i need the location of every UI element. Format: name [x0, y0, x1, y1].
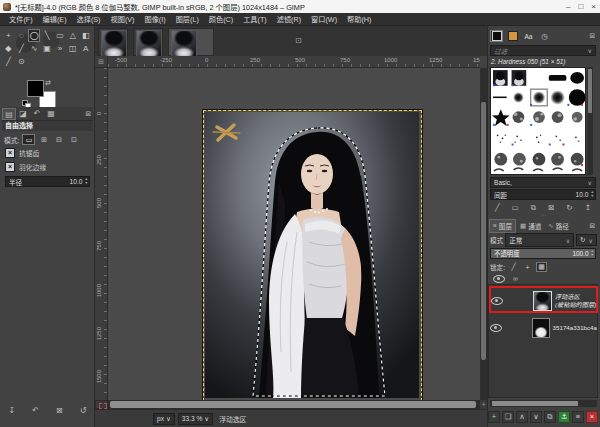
feather-option[interactable]: × 羽化边缘	[5, 162, 93, 172]
visibility-eye-icon[interactable]	[493, 275, 505, 283]
tab-layers[interactable]: ≡图层	[489, 219, 516, 233]
image-tab-1[interactable]	[98, 28, 128, 56]
image-tab-2[interactable]	[133, 28, 163, 56]
spacing-value[interactable]: 10.0	[576, 191, 591, 198]
layer-row-background[interactable]: 35174a331bc4a	[489, 315, 597, 340]
menu-item-select[interactable]: 选择(S)	[72, 14, 106, 24]
navigation-button[interactable]: ✛	[480, 400, 487, 409]
ruler-corner-button[interactable]: ⊞	[95, 56, 108, 68]
tool-button-clone[interactable]: ▣	[41, 42, 54, 55]
maximize-button[interactable]: □	[578, 2, 583, 11]
canvas-vertical-scrollbar[interactable]	[480, 68, 487, 400]
unit-dropdown[interactable]: px∨	[153, 413, 175, 425]
tool-button-transform[interactable]: ◧	[79, 29, 92, 42]
tool-button-zoom[interactable]: ⊙	[15, 55, 28, 68]
brush-btn-duplicate-brush[interactable]: ⧉	[531, 203, 536, 213]
brush-grid[interactable]	[490, 67, 586, 175]
layers-scrollbar[interactable]	[490, 400, 597, 407]
brush-spacing-slider[interactable]: 间距 10.0 ▲▼	[490, 189, 596, 200]
photo-image[interactable]	[205, 112, 419, 398]
menu-item-image[interactable]: 图像(I)	[139, 14, 170, 24]
menu-item-tools[interactable]: 工具(T)	[238, 14, 272, 24]
brush-btn-refresh-brushes[interactable]: ↻	[566, 203, 572, 212]
brush-btn-edit-brush[interactable]: ╱	[495, 203, 500, 212]
feather-checkbox[interactable]: ×	[5, 162, 15, 172]
lock-btn-lock-alpha[interactable]: ▦	[536, 262, 547, 272]
layer-thumbnail[interactable]	[532, 318, 550, 338]
dock-tab-undo-history[interactable]: ↶	[30, 109, 44, 118]
tool-button-paintbrush[interactable]: ╱	[15, 42, 28, 55]
tool-button-move[interactable]: +	[2, 29, 15, 42]
mode-button-subtract[interactable]: ⊟	[52, 134, 65, 145]
tool-button-heal[interactable]: ◫	[67, 42, 80, 55]
canvas-horizontal-scrollbar[interactable]	[108, 400, 480, 409]
close-dock-icon[interactable]: ⊠	[589, 222, 595, 230]
brush-tag-dropdown[interactable]: Basic, ∨	[490, 177, 596, 188]
menu-item-filters[interactable]: 滤镜(R)	[272, 14, 306, 24]
scroll-thumb[interactable]	[481, 102, 486, 360]
opacity-value[interactable]: 100.0	[572, 250, 590, 257]
mode-button-replace[interactable]: ▭	[22, 134, 35, 145]
scroll-thumb[interactable]	[492, 401, 578, 406]
menu-item-layer[interactable]: 图层(L)	[171, 14, 204, 24]
quick-mask-toggle[interactable]	[95, 400, 108, 409]
close-button[interactable]: ×	[591, 2, 596, 11]
minimize-button[interactable]: –	[566, 2, 570, 11]
menu-item-file[interactable]: 文件(F)	[4, 14, 38, 24]
opacity-spinner[interactable]: ▲▼	[590, 250, 595, 257]
scroll-thumb[interactable]	[588, 69, 592, 113]
brush-grid-scrollbar[interactable]	[587, 67, 593, 175]
radius-value[interactable]: 10.0	[70, 178, 85, 185]
mode-button-intersect[interactable]: ⊡	[67, 134, 80, 145]
tool-button-paths[interactable]: ╱	[2, 55, 15, 68]
tab-paths[interactable]: ∿路径	[545, 220, 572, 232]
layer-btn-duplicate-layer[interactable]: ⧉	[544, 411, 556, 423]
layer-mode-dropdown[interactable]: 正常 ∨	[505, 233, 574, 247]
tab-channels[interactable]: ▦通道	[517, 220, 544, 232]
zoom-level-dropdown[interactable]: 33.3 %∨	[178, 413, 213, 425]
swap-colors-icon[interactable]: ⇄	[45, 79, 51, 87]
history-tab[interactable]: ◷	[538, 30, 551, 42]
visibility-eye-icon[interactable]	[490, 324, 502, 332]
brush-btn-open-as-image[interactable]: ↥	[585, 203, 591, 212]
lock-btn-lock-pixels[interactable]: ╱	[508, 262, 519, 272]
lock-btn-lock-position[interactable]: +	[522, 262, 533, 272]
tool-button-bucket-fill[interactable]: ◆	[2, 42, 15, 55]
menu-item-edit[interactable]: 编辑(E)	[38, 14, 72, 24]
brush-filter-input[interactable]: 过滤 ∨	[490, 45, 596, 56]
tool-button-fuzzy-select[interactable]: △	[67, 29, 80, 42]
vertical-ruler[interactable]: 0 250 500 750 1000 1250 1500	[95, 68, 108, 400]
menu-item-colors[interactable]: 颜色(C)	[204, 14, 238, 24]
menu-item-view[interactable]: 视图(V)	[106, 14, 140, 24]
layer-btn-raise-layer[interactable]: ∧	[516, 411, 528, 423]
menu-item-help[interactable]: 帮助(H)	[342, 14, 376, 24]
radius-slider[interactable]: 半径 10.0 ▲▼	[5, 176, 90, 187]
opacity-slider[interactable]: 不透明度 100.0 ▲▼	[490, 248, 596, 259]
horizontal-ruler[interactable]: -500 -250 0 250 500 750 1000 1250 1500	[108, 56, 480, 68]
layer-btn-anchor-layer[interactable]: ⚓	[558, 411, 570, 423]
scroll-thumb[interactable]	[110, 401, 476, 408]
image-tab-3-active[interactable]	[168, 28, 214, 56]
layer-btn-delete-layer[interactable]: ×	[586, 411, 598, 423]
tool-button-smudge[interactable]: ∿	[28, 42, 41, 55]
layer-btn-new-layer[interactable]: +	[488, 411, 500, 423]
close-dock-icon[interactable]: ⊠	[589, 32, 595, 40]
mode-switch-button[interactable]: ↻ ∨	[576, 234, 597, 246]
tool-button-alignment[interactable]: ◌	[15, 29, 28, 42]
antialias-checkbox[interactable]: ×	[5, 148, 15, 158]
link-chain-icon[interactable]: ∞	[513, 275, 518, 282]
menu-item-windows[interactable]: 窗口(W)	[306, 14, 342, 24]
tool-button-measure[interactable]: ╲	[41, 29, 54, 42]
spacing-spinner[interactable]: ▲▼	[590, 191, 595, 198]
foreground-color-swatch[interactable]	[27, 80, 44, 97]
tool-option-btn-delete-preset[interactable]: ⊠	[56, 406, 63, 415]
title-bar[interactable]: *[无标题]-4.0 (RGB 颜色 8 位伽马整数, GIMP built-i…	[0, 0, 600, 13]
dock-tab-device-status[interactable]: ◪	[16, 109, 30, 118]
dock-tab-images[interactable]: ▦	[44, 109, 58, 118]
dock-tab-tool-options[interactable]: ▤	[2, 108, 16, 120]
layer-btn-new-group[interactable]: ❑	[502, 411, 514, 423]
mode-button-add[interactable]: ⊞	[37, 134, 50, 145]
tool-button-airbrush[interactable]: »	[54, 42, 67, 55]
chevron-down-icon[interactable]: ∨	[588, 47, 595, 54]
fonts-tab[interactable]: Aa	[522, 30, 535, 42]
